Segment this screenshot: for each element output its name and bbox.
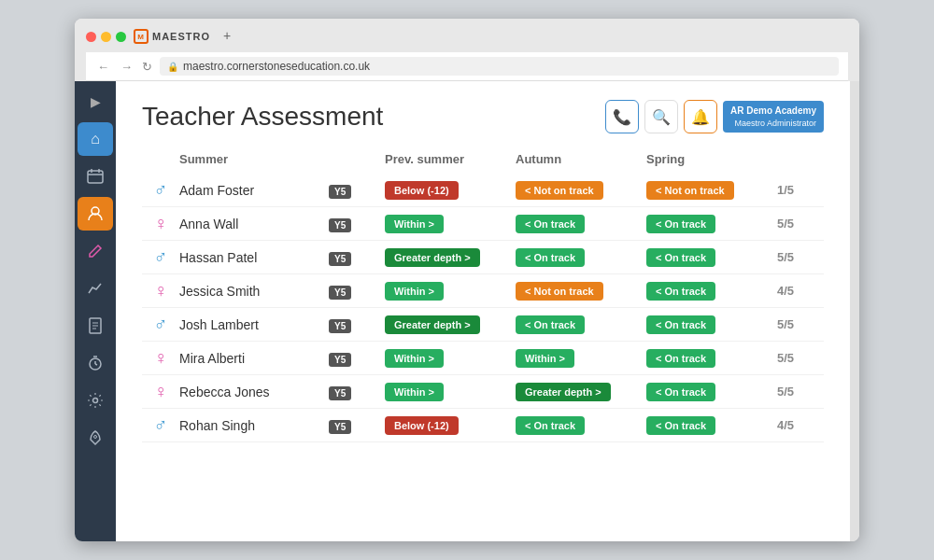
notification-button[interactable]: 🔔 [684,100,717,133]
school-name: AR Demo Academy [730,105,816,118]
table-row[interactable]: ♀ Jessica Smith Y5 Within > < Not on tra… [142,274,824,308]
browser-window: M MAESTRO + ← → ↻ 🔒 maestro.cornerstones… [75,19,859,541]
student-name: Josh Lambert [179,317,329,332]
gender-icon: ♀ [142,280,179,301]
sidebar-collapse-button[interactable]: ▶ [80,89,110,115]
table-row[interactable]: ♀ Rebecca Jones Y5 Within > Greater dept… [142,375,824,409]
score: 4/5 [777,284,824,298]
spring-cell[interactable]: < On track [646,315,777,334]
gender-icon: ♀ [142,213,179,234]
sidebar-item-chart[interactable] [78,272,113,305]
prev-summer-cell[interactable]: Within > [385,215,516,233]
autumn-cell[interactable]: < Not on track [516,282,646,301]
spring-cell[interactable]: < On track [646,383,777,401]
sidebar-item-home[interactable]: ⌂ [78,122,113,156]
table-row[interactable]: ♂ Hassan Patel Y5 Greater depth > < On t… [142,241,824,274]
year-badge: Y5 [329,283,385,300]
gender-icon: ♂ [142,314,179,335]
gender-icon: ♀ [142,347,179,369]
page-header: Teacher Assessment 📞 🔍 🔔 AR Demo Academy… [142,100,824,133]
sidebar-item-timer[interactable] [78,346,113,380]
student-name: Anna Wall [179,217,329,231]
spring-cell[interactable]: < On track [646,215,777,233]
prev-summer-cell[interactable]: Below (-12) [385,181,516,200]
year-badge: Y5 [329,350,385,367]
refresh-button[interactable]: ↻ [142,60,152,74]
year-badge: Y5 [329,249,385,266]
sidebar-item-user[interactable] [78,197,113,231]
prev-summer-cell[interactable]: Within > [385,349,516,368]
sidebar-item-calendar[interactable] [78,160,113,193]
year-badge: Y5 [329,316,385,333]
autumn-cell[interactable]: < On track [516,416,646,435]
student-name: Mira Alberti [179,351,329,366]
sidebar-item-rocket[interactable] [78,421,113,455]
spring-cell[interactable]: < On track [646,282,777,301]
table-row[interactable]: ♀ Mira Alberti Y5 Within > Within > < On… [142,342,824,375]
forward-button[interactable]: → [119,60,134,74]
column-headers: Summer Prev. summer Autumn Spring [142,152,824,174]
scrollbar-area [850,81,859,541]
autumn-cell[interactable]: Greater depth > [516,383,646,401]
svg-line-11 [95,364,97,365]
autumn-cell[interactable]: < On track [516,215,646,233]
spring-cell[interactable]: < On track [646,349,777,368]
search-button[interactable]: 🔍 [644,100,678,133]
student-name: Adam Foster [179,183,329,198]
prev-summer-cell[interactable]: Greater depth > [385,315,516,334]
student-table: Summer Prev. summer Autumn Spring ♂ Adam… [142,152,824,442]
prev-summer-cell[interactable]: Within > [385,383,516,401]
score: 5/5 [777,317,824,331]
svg-rect-0 [88,171,103,183]
app-body: ▶ ⌂ [75,81,859,541]
prev-summer-cell[interactable]: Greater depth > [385,248,516,267]
table-row[interactable]: ♀ Anna Wall Y5 Within > < On track < On … [142,207,824,241]
spring-cell[interactable]: < Not on track [646,181,777,200]
autumn-cell[interactable]: Within > [516,349,646,368]
address-bar: ← → ↻ 🔒 maestro.cornerstoneseducation.co… [86,52,848,81]
score: 5/5 [777,385,824,399]
student-name: Jessica Smith [179,284,329,299]
autumn-cell[interactable]: < Not on track [516,181,646,200]
new-tab-button[interactable]: + [218,26,236,45]
year-badge: Y5 [329,384,385,400]
score: 5/5 [777,250,824,264]
autumn-cell[interactable]: < On track [516,248,646,267]
autumn-cell[interactable]: < On track [516,315,646,334]
col-summer: Summer [179,152,329,166]
traffic-lights [86,32,126,42]
svg-point-14 [94,436,97,439]
spring-cell[interactable]: < On track [646,248,777,267]
year-badge: Y5 [329,182,385,199]
sidebar-item-edit[interactable] [78,234,113,268]
sidebar-item-settings[interactable] [78,384,113,417]
table-row[interactable]: ♂ Josh Lambert Y5 Greater depth > < On t… [142,308,824,342]
user-badge: AR Demo Academy Maestro Administrator [723,101,824,133]
sidebar-item-document[interactable] [78,309,113,343]
header-actions: 📞 🔍 🔔 AR Demo Academy Maestro Administra… [605,100,824,133]
score: 5/5 [777,217,824,231]
phone-button[interactable]: 📞 [605,100,639,133]
table-row[interactable]: ♂ Adam Foster Y5 Below (-12) < Not on tr… [142,174,824,207]
prev-summer-cell[interactable]: Below (-12) [385,416,516,435]
maximize-button[interactable] [116,32,126,42]
sidebar: ▶ ⌂ [75,81,116,541]
student-name: Rohan Singh [179,418,329,433]
col-spring: Spring [646,152,777,166]
close-button[interactable] [86,32,96,42]
app-name: MAESTRO [152,31,210,42]
gender-icon: ♂ [142,414,179,436]
browser-logo: M MAESTRO [134,29,210,44]
browser-top-bar: M MAESTRO + [86,26,848,47]
user-role: Maestro Administrator [730,118,816,130]
url-field[interactable]: 🔒 maestro.cornerstoneseducation.co.uk [160,57,839,76]
table-row[interactable]: ♂ Rohan Singh Y5 Below (-12) < On track … [142,409,824,442]
main-content: Teacher Assessment 📞 🔍 🔔 AR Demo Academy… [116,81,850,541]
back-button[interactable]: ← [95,60,111,74]
spring-cell[interactable]: < On track [646,416,777,435]
student-name: Rebecca Jones [179,385,329,399]
svg-point-13 [93,399,98,403]
year-badge: Y5 [329,216,385,232]
minimize-button[interactable] [101,32,111,42]
prev-summer-cell[interactable]: Within > [385,282,516,301]
